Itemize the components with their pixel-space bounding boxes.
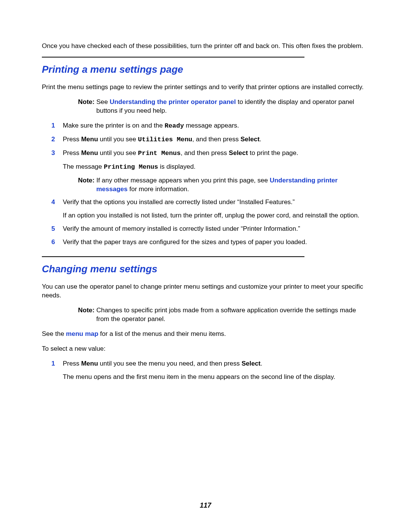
step1-sub: The menu opens and the first menu item i… [63, 373, 369, 382]
bold-select: Select [242, 360, 261, 367]
section2-note: Note: Changes to specific print jobs mad… [78, 306, 369, 324]
step-text: . [261, 360, 263, 367]
document-page: Once you have checked each of these poss… [0, 0, 411, 532]
step-text: to print the page. [248, 149, 298, 157]
step3-sub: The message Printing Menus is displayed. [63, 163, 369, 172]
step-5: 5 Verify the amount of memory installed … [42, 225, 369, 233]
step-4: 4 Verify that the options you installed … [42, 198, 369, 220]
step-text: Press [63, 136, 81, 143]
link-understanding-operator-panel[interactable]: Understanding the printer operator panel [110, 98, 236, 105]
step-text: until you see the menu you need, and the… [98, 360, 242, 367]
step-number: 1 [51, 121, 55, 130]
sub-text: The message [63, 163, 104, 170]
step-2: 2 Press Menu until you see Utilities Men… [42, 135, 369, 144]
bold-select: Select [241, 136, 260, 143]
see-text-pre: See the [42, 330, 66, 337]
step-text: , and then press [181, 149, 229, 157]
step-number: 6 [51, 238, 55, 247]
note-text-pre: See [96, 98, 110, 105]
section1-steps: 1 Make sure the printer is on and the Re… [42, 121, 369, 247]
bold-menu: Menu [81, 360, 98, 367]
section2-steps: 1 Press Menu until you see the menu you … [42, 359, 369, 382]
section1-intro: Print the menu settings page to review t… [42, 83, 369, 92]
page-number: 117 [0, 501, 411, 510]
step-6: 6 Verify that the paper trays are config… [42, 238, 369, 247]
step-text: Verify the amount of memory installed is… [63, 225, 300, 232]
step-text: Press [63, 149, 81, 157]
section-printing-menu-settings: Printing a menu settings page Print the … [42, 57, 369, 247]
step-text: Verify that the paper trays are configur… [63, 238, 307, 246]
section-rule [42, 256, 304, 257]
step-number: 3 [51, 149, 55, 158]
mono-print-menus: Print Menus [138, 150, 180, 157]
link-menu-map[interactable]: menu map [66, 330, 98, 337]
section-heading-printing: Printing a menu settings page [42, 63, 369, 76]
step-text: Press [63, 360, 81, 367]
section1-note: Note: See Understanding the printer oper… [78, 98, 369, 115]
note-text-pre: If any other message appears when you pr… [96, 177, 270, 184]
step-text: message appears. [184, 122, 239, 129]
step-text: Verify that the options you installed ar… [63, 198, 295, 206]
step-text: until you see [98, 136, 138, 143]
step-text: until you see [98, 149, 138, 157]
step-number: 5 [51, 225, 55, 233]
section-changing-menu-settings: Changing menu settings You can use the o… [42, 256, 369, 382]
step3-note: Note: If any other message appears when … [78, 176, 369, 194]
note-label: Note: [78, 307, 96, 314]
step-text: . [260, 136, 261, 143]
section-rule [42, 57, 304, 58]
see-text-post: for a list of the menus and their menu i… [98, 330, 226, 337]
step-number: 1 [51, 359, 55, 368]
bold-menu: Menu [81, 136, 98, 143]
note-text-post: for more information. [127, 185, 189, 193]
section-heading-changing: Changing menu settings [42, 262, 369, 276]
bold-select: Select [229, 149, 248, 157]
bold-menu: Menu [81, 149, 98, 157]
select-intro: To select a new value: [42, 345, 369, 353]
sub-text: is displayed. [158, 163, 196, 170]
step-number: 2 [51, 135, 55, 144]
step-1: 1 Make sure the printer is on and the Re… [42, 121, 369, 131]
step4-sub: If an option you installed is not listed… [63, 211, 369, 220]
mono-printing-menus: Printing Menus [104, 163, 158, 171]
mono-utilities-menu: Utilities Menu [138, 136, 192, 143]
step-number: 4 [51, 198, 55, 207]
see-menu-map: See the menu map for a list of the menus… [42, 330, 369, 339]
section2-intro: You can use the operator panel to change… [42, 283, 369, 300]
step-text: , and then press [192, 136, 241, 143]
intro-paragraph: Once you have checked each of these poss… [42, 42, 369, 51]
step-3: 3 Press Menu until you see Print Menus, … [42, 149, 369, 194]
note-label: Note: [78, 98, 96, 105]
step-text: Make sure the printer is on and the [63, 122, 164, 129]
step-1: 1 Press Menu until you see the menu you … [42, 359, 369, 382]
mono-ready: Ready [164, 122, 184, 129]
note-label: Note: [78, 177, 96, 184]
note-text: Changes to specific print jobs made from… [96, 307, 356, 323]
